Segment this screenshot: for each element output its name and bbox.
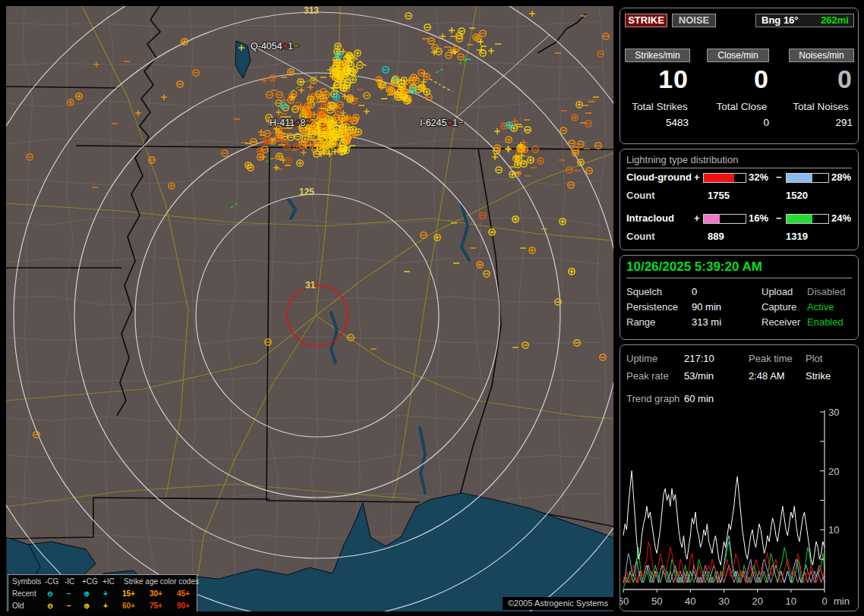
- legend-row-label: Old: [12, 600, 24, 611]
- total-close-value: 0: [707, 117, 769, 128]
- total-noises-label: Total Noises: [781, 101, 860, 112]
- app-window: { "window": { "copyright": "©2005 Astrog…: [0, 0, 864, 616]
- distribution-panel: Lightning type distribution Cloud-ground…: [620, 149, 859, 250]
- capture-status: Active: [807, 301, 834, 313]
- peak-rate-value: 53/min: [684, 370, 714, 382]
- distribution-title: Lightning type distribution: [626, 154, 852, 168]
- plot-label: Plot: [806, 353, 822, 364]
- legend-pos-ic-label: +IC: [102, 576, 115, 588]
- ic-plus-sign: +: [694, 212, 700, 224]
- peak-time-label: Peak time: [749, 353, 793, 364]
- persistence-label: Persistence: [626, 301, 678, 313]
- bearing-range: 262mi: [821, 14, 849, 27]
- svg-text:31: 31: [305, 280, 316, 291]
- ic-minus-pct: 24%: [831, 212, 851, 224]
- counters-panel: STRIKE NOISE Bng 16° 262mi Strikes/min C…: [620, 8, 859, 144]
- legend-recent-row: Recent⊖−⊕+15+30+45+: [8, 588, 197, 600]
- ic-plus-bar: [703, 214, 746, 224]
- legend-pos-cg-label: +CG: [82, 576, 98, 588]
- trend-chart: 3020106050403020100min: [620, 409, 858, 611]
- svg-text:min: min: [834, 596, 850, 607]
- svg-text:Q-4054+1−: Q-4054+1−: [251, 41, 298, 52]
- legend-glyph: +: [103, 600, 108, 611]
- upload-label: Upload: [762, 286, 793, 297]
- legend-age-value: 75+: [150, 600, 162, 611]
- range-value: 313 mi: [692, 316, 721, 328]
- cg-minus-bar: [786, 173, 829, 183]
- legend-neg-cg-label: -CG: [45, 576, 58, 588]
- cg-minus-sign: −: [776, 171, 782, 183]
- cg-plus-count: 1755: [708, 190, 730, 201]
- legend-neg-ic-label: -IC: [65, 576, 74, 588]
- cg-plus-sign: +: [694, 171, 700, 183]
- intracloud-label: Intracloud: [626, 212, 674, 224]
- cg-minus-count: 1520: [786, 190, 808, 201]
- svg-text:10: 10: [828, 524, 839, 536]
- stats-panel: Uptime 217:10 Peak time Plot Peak rate 5…: [620, 344, 859, 611]
- legend-symbols-label: Symbols: [12, 576, 41, 588]
- ic-minus-bar: [786, 214, 829, 224]
- legend-glyph: +: [103, 588, 108, 600]
- legend-glyph: ⊖: [47, 588, 53, 600]
- svg-text:125: 125: [299, 187, 314, 197]
- status-panel: 10/26/2025 5:39:20 AM Squelch 0 Persiste…: [620, 255, 859, 340]
- legend-old-row: Old⊖−⊕+60+75+90+: [8, 600, 197, 611]
- noises-per-min-chip[interactable]: Noises/min: [789, 49, 854, 62]
- svg-text:I-6245+1−: I-6245+1−: [420, 118, 463, 128]
- close-per-min-chip[interactable]: Close/min: [707, 49, 769, 62]
- squelch-value: 0: [692, 286, 697, 297]
- cg-plus-bar: [703, 173, 746, 183]
- svg-text:30: 30: [828, 409, 839, 418]
- cloud-ground-label: Cloud-ground: [626, 171, 692, 183]
- legend-age-value: 90+: [177, 600, 190, 611]
- legend-glyph: −: [67, 600, 71, 611]
- range-label: Range: [626, 316, 655, 328]
- svg-text:20: 20: [752, 596, 762, 607]
- svg-text:20: 20: [828, 466, 839, 477]
- total-strikes-value: 5483: [625, 117, 689, 128]
- copyright-text: ©2005 Astrogenic Systems: [503, 597, 613, 610]
- legend-age-value: 15+: [122, 588, 135, 600]
- persistence-value: 90 min: [692, 301, 721, 313]
- legend-age-header: Strike age color codes: [124, 576, 199, 588]
- map-canvas: 12531331Q-4054+1−H-411+8^I-6245+1−: [6, 6, 613, 611]
- lightning-map[interactable]: 12531331Q-4054+1−H-411+8^I-6245+1− Symbo…: [6, 6, 613, 611]
- legend-age-value: 60+: [122, 600, 135, 611]
- legend-glyph: ⊕: [84, 600, 90, 611]
- total-noises-value: 291: [789, 117, 853, 128]
- bearing-label: Bng 16°: [756, 14, 799, 26]
- upload-status: Disabled: [807, 286, 846, 297]
- capture-label: Capture: [762, 301, 796, 313]
- trend-graph-value: 60 min: [684, 393, 714, 404]
- map-legend: Symbols -CG -IC +CG +IC Strike age color…: [8, 574, 197, 611]
- strikes-per-min-chip[interactable]: Strikes/min: [625, 49, 690, 62]
- close-rate: 0: [707, 64, 769, 94]
- receiver-label: Receiver: [762, 316, 800, 328]
- total-close-label: Total Close: [702, 101, 781, 112]
- strikes-rate: 10: [625, 64, 689, 94]
- svg-text:50: 50: [651, 596, 662, 607]
- legend-row-label: Recent: [12, 588, 36, 600]
- strike-button[interactable]: STRIKE: [625, 14, 667, 27]
- trend-graph-label: Trend graph: [626, 393, 680, 404]
- svg-text:0: 0: [821, 596, 827, 607]
- svg-text:40: 40: [685, 596, 695, 607]
- squelch-label: Squelch: [626, 286, 662, 297]
- total-strikes-label: Total Strikes: [620, 101, 699, 112]
- svg-text:313: 313: [304, 6, 319, 16]
- peak-time-value: 2:48 AM: [749, 370, 785, 382]
- svg-text:60: 60: [620, 596, 629, 607]
- legend-glyph: ⊖: [47, 600, 53, 611]
- svg-text:10: 10: [786, 596, 796, 607]
- datetime-display: 10/26/2025 5:39:20 AM: [626, 259, 852, 278]
- noise-button[interactable]: NOISE: [672, 14, 716, 27]
- cg-count-label: Count: [626, 190, 655, 201]
- noises-rate: 0: [789, 64, 853, 94]
- peak-rate-label: Peak rate: [626, 370, 669, 382]
- svg-text:30: 30: [718, 596, 729, 607]
- receiver-status: Enabled: [807, 316, 844, 328]
- uptime-value: 217:10: [684, 353, 714, 364]
- ic-plus-count: 889: [708, 231, 724, 242]
- uptime-label: Uptime: [626, 353, 657, 364]
- plot-value: Strike: [806, 370, 831, 382]
